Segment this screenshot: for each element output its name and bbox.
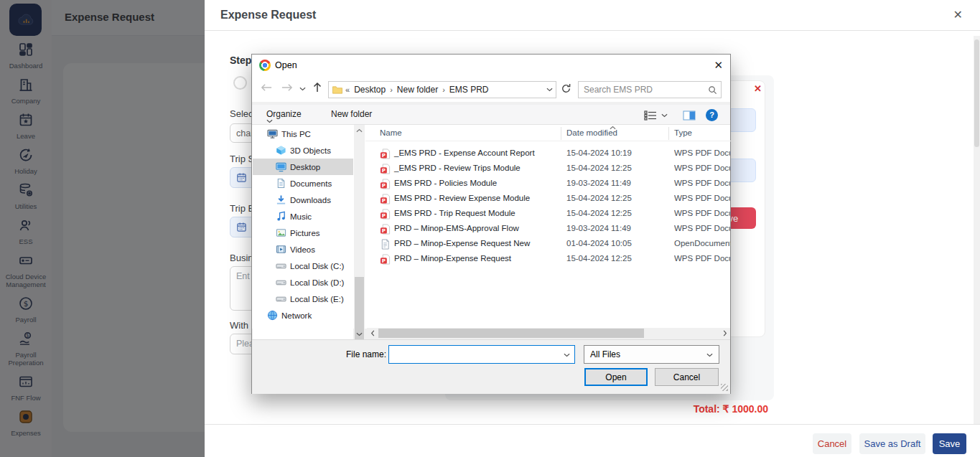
file-name: EMS PRD - Trip Request Module bbox=[394, 209, 515, 217]
horizontal-scrollbar-thumb[interactable] bbox=[378, 329, 644, 338]
tree-item-this-pc[interactable]: This PC bbox=[253, 126, 353, 142]
open-file-dialog: Open ✕ «Desktop›New folder›EMS PRD Organ… bbox=[251, 54, 731, 394]
scroll-up-icon[interactable] bbox=[354, 125, 365, 136]
tree-item-label: Local Disk (C:) bbox=[290, 262, 344, 270]
preview-pane-icon[interactable] bbox=[683, 110, 696, 121]
modal-close-icon[interactable]: ✕ bbox=[953, 8, 963, 22]
breadcrumb-item[interactable]: EMS PRD bbox=[447, 85, 491, 95]
wps-pdf-icon: P bbox=[380, 254, 391, 265]
svg-text:P: P bbox=[382, 167, 386, 174]
breadcrumb[interactable]: «Desktop›New folder›EMS PRD bbox=[328, 81, 556, 98]
tree-item-local-disk-c-[interactable]: Local Disk (C:) bbox=[253, 258, 353, 274]
cancel-button[interactable]: Cancel bbox=[813, 433, 851, 454]
chevron-down-icon[interactable] bbox=[564, 353, 570, 357]
modal-title: Expense Request bbox=[220, 9, 316, 22]
scroll-left-icon[interactable] bbox=[367, 328, 378, 339]
search-icon[interactable] bbox=[708, 85, 717, 95]
breadcrumb-overflow[interactable]: « bbox=[345, 85, 350, 94]
new-folder-button[interactable]: New folder bbox=[331, 109, 372, 119]
file-row[interactable]: PPRD – Minop-Expense Request15-04-2024 1… bbox=[365, 252, 731, 267]
organize-menu[interactable]: Organize bbox=[266, 109, 302, 123]
column-date-modified[interactable]: Date modified bbox=[566, 128, 617, 137]
file-type: WPS PDF Document bbox=[674, 149, 730, 157]
tree-item-label: This PC bbox=[281, 130, 311, 138]
dialog-close-icon[interactable]: ✕ bbox=[714, 59, 723, 72]
file-date-modified: 15-04-2024 12:25 bbox=[566, 164, 632, 172]
dialog-cancel-button[interactable]: Cancel bbox=[655, 368, 719, 386]
tree-item-label: Pictures bbox=[290, 229, 320, 237]
breadcrumb-item[interactable]: Desktop bbox=[352, 85, 388, 95]
modal-scrollbar-thumb[interactable] bbox=[974, 39, 979, 147]
expense-card-close-icon[interactable]: ✕ bbox=[754, 83, 762, 94]
scroll-down-icon[interactable] bbox=[354, 329, 365, 339]
file-type: WPS PDF Document bbox=[674, 179, 730, 187]
breadcrumb-chevron-down-icon[interactable] bbox=[546, 88, 553, 92]
file-type: WPS PDF Document bbox=[674, 164, 730, 172]
up-icon[interactable] bbox=[313, 82, 322, 93]
resize-grip[interactable] bbox=[721, 384, 728, 391]
file-name: EMS PRD - Review Expense Module bbox=[394, 194, 530, 202]
file-row[interactable]: PRD – Minop-Expense Request New01-04-202… bbox=[365, 237, 731, 252]
view-chevron-down-icon[interactable] bbox=[661, 113, 668, 118]
refresh-icon[interactable] bbox=[561, 83, 574, 96]
file-row[interactable]: P_EMS PRD - Expense Account Report15-04-… bbox=[365, 146, 731, 161]
modal-header: Expense Request ✕ bbox=[205, 0, 980, 31]
tree-item-network[interactable]: Network bbox=[253, 307, 353, 324]
help-icon[interactable]: ? bbox=[706, 109, 718, 121]
tree-item-label: 3D Objects bbox=[290, 146, 331, 155]
back-icon[interactable] bbox=[261, 83, 273, 92]
file-row[interactable]: PEMS PRD - Policies Module19-03-2024 11:… bbox=[365, 176, 731, 192]
breadcrumb-separator: › bbox=[390, 85, 393, 94]
pictures-icon bbox=[276, 227, 286, 238]
modal-scrollbar[interactable] bbox=[974, 36, 980, 424]
chevron-down-icon bbox=[706, 353, 713, 357]
tree-item-pictures[interactable]: Pictures bbox=[253, 225, 353, 241]
tree-item-label: Network bbox=[281, 311, 312, 320]
tree-item-videos[interactable]: Videos bbox=[253, 241, 353, 258]
svg-text:P: P bbox=[382, 197, 386, 204]
file-row[interactable]: PEMS PRD - Trip Request Module15-04-2024… bbox=[365, 207, 731, 222]
file-name: EMS PRD - Policies Module bbox=[394, 179, 497, 187]
file-type: WPS PDF Document bbox=[674, 209, 730, 217]
file-row[interactable]: PPRD – Minop-EMS-Approval Flow19-03-2024… bbox=[365, 222, 731, 237]
forward-icon[interactable] bbox=[281, 83, 293, 92]
chrome-icon bbox=[259, 60, 271, 71]
this-pc-icon bbox=[267, 128, 278, 139]
column-name[interactable]: Name bbox=[380, 128, 402, 137]
file-name: _EMS PRD - Review Trips Module bbox=[394, 164, 521, 172]
search-input[interactable] bbox=[584, 83, 706, 96]
file-type-select[interactable]: All Files bbox=[584, 345, 719, 364]
file-date-modified: 15-04-2024 10:19 bbox=[566, 149, 632, 157]
dialog-titlebar[interactable]: Open ✕ bbox=[252, 55, 730, 76]
breadcrumb-item[interactable]: New folder bbox=[395, 85, 440, 95]
navigation-tree: This PC3D ObjectsDesktopDocumentsDownloa… bbox=[253, 126, 353, 339]
save-as-draft-button[interactable]: Save as Draft bbox=[859, 433, 925, 454]
open-button[interactable]: Open bbox=[584, 368, 648, 386]
tree-scrollbar[interactable] bbox=[354, 125, 365, 339]
horizontal-scrollbar[interactable] bbox=[367, 328, 730, 339]
file-row[interactable]: PEMS PRD - Review Expense Module15-04-20… bbox=[365, 192, 731, 207]
save-button[interactable]: Save bbox=[933, 433, 966, 454]
file-name-input[interactable] bbox=[392, 348, 557, 361]
file-row[interactable]: P_EMS PRD - Review Trips Module15-04-202… bbox=[365, 161, 731, 176]
tree-item-local-disk-e-[interactable]: Local Disk (E:) bbox=[253, 291, 353, 307]
videos-icon bbox=[276, 244, 286, 255]
tree-item-label: Local Disk (D:) bbox=[290, 278, 344, 287]
tree-item-music[interactable]: Music bbox=[253, 208, 353, 225]
cube-icon bbox=[276, 145, 286, 156]
history-chevron-icon[interactable] bbox=[299, 87, 306, 91]
scroll-right-icon[interactable] bbox=[719, 328, 730, 339]
file-name: PRD – Minop-Expense Request New bbox=[394, 239, 530, 248]
tree-item-documents[interactable]: Documents bbox=[253, 175, 353, 192]
tree-item-label: Downloads bbox=[290, 196, 331, 204]
tree-item-downloads[interactable]: Downloads bbox=[253, 192, 353, 208]
step-radio[interactable] bbox=[233, 76, 247, 90]
file-date-modified: 01-04-2024 10:05 bbox=[566, 239, 632, 248]
column-type[interactable]: Type bbox=[674, 128, 692, 137]
step-label: Step bbox=[230, 55, 251, 66]
tree-item-desktop[interactable]: Desktop bbox=[253, 159, 353, 175]
with-label: With bbox=[230, 320, 248, 331]
tree-item-3d-objects[interactable]: 3D Objects bbox=[253, 142, 353, 159]
tree-item-local-disk-d-[interactable]: Local Disk (D:) bbox=[253, 274, 353, 291]
list-view-icon[interactable] bbox=[644, 110, 657, 121]
